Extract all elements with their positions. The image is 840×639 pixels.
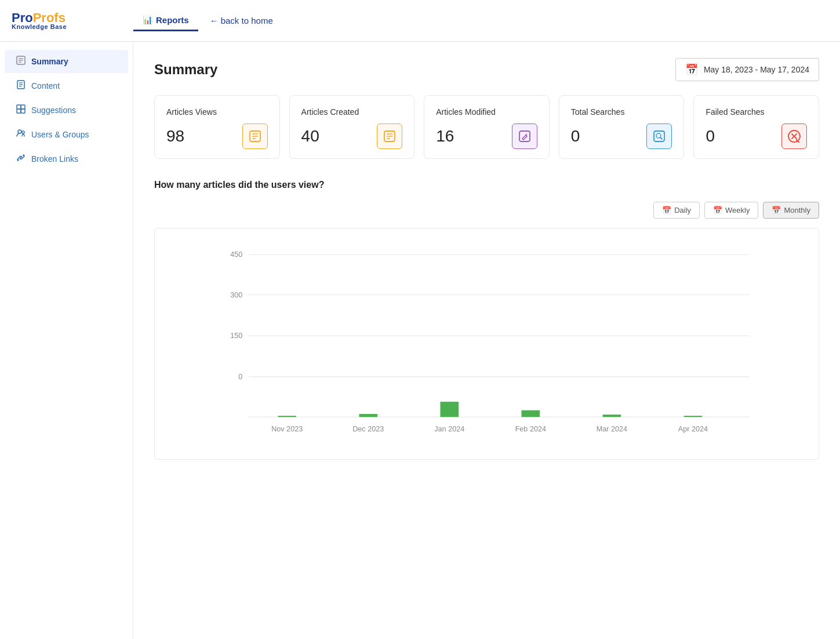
y-label-150: 150 <box>230 332 242 340</box>
stat-bottom-failed-searches: 0 <box>706 124 807 149</box>
bar-nov2023 <box>278 416 296 417</box>
sidebar-item-content[interactable]: Content <box>5 74 128 97</box>
chart-btn-daily-label: Daily <box>674 206 691 215</box>
main-layout: Summary Content Suggestions Users & Grou… <box>0 42 840 639</box>
articles-views-icon-wrap <box>242 124 268 149</box>
svg-point-12 <box>18 130 21 133</box>
stat-card-articles-views: Articles Views 98 <box>154 95 280 159</box>
sidebar-label-broken-links: Broken Links <box>31 154 78 164</box>
logo: ProProfs Knowledge Base <box>12 12 128 30</box>
stat-value-total-searches: 0 <box>571 127 580 146</box>
stats-row: Articles Views 98 Articles Created 40 <box>154 95 819 159</box>
back-to-home-link[interactable]: ← back to home <box>201 11 282 30</box>
sidebar-label-suggestions: Suggestions <box>31 106 76 115</box>
top-nav: ProProfs Knowledge Base 📊 Reports ← back… <box>0 0 840 42</box>
chart-svg: 450 300 150 0 <box>169 242 805 450</box>
tab-reports-label: Reports <box>156 15 189 25</box>
bar-dec2023 <box>359 414 377 417</box>
chart-btn-daily[interactable]: 📅 Daily <box>653 202 700 219</box>
x-label-nov2023: Nov 2023 <box>271 425 303 433</box>
bar-mar2024 <box>603 415 621 417</box>
logo-main: ProProfs <box>12 12 128 24</box>
sidebar-label-summary: Summary <box>31 57 68 66</box>
date-range-value: May 18, 2023 - May 17, 2024 <box>704 65 809 74</box>
date-range-picker[interactable]: 📅 May 18, 2023 - May 17, 2024 <box>675 58 819 81</box>
arrow-left-icon: ← <box>210 16 219 26</box>
svg-rect-9 <box>21 105 25 109</box>
stat-card-total-searches: Total Searches 0 <box>559 95 685 159</box>
x-label-mar2024: Mar 2024 <box>597 425 627 433</box>
app-layout: ProProfs Knowledge Base 📊 Reports ← back… <box>0 0 840 639</box>
tab-reports[interactable]: 📊 Reports <box>133 10 198 31</box>
chart-title: How many articles did the users view? <box>154 180 819 190</box>
stat-value-articles-modified: 16 <box>436 127 454 146</box>
content-icon <box>16 80 26 92</box>
chart-btn-weekly[interactable]: 📅 Weekly <box>704 202 758 219</box>
articles-modified-icon-wrap <box>512 124 537 149</box>
page-header: Summary 📅 May 18, 2023 - May 17, 2024 <box>154 58 819 81</box>
content-area: Summary 📅 May 18, 2023 - May 17, 2024 Ar… <box>133 42 840 639</box>
chart-btn-monthly-label: Monthly <box>784 206 810 215</box>
stat-value-failed-searches: 0 <box>706 127 715 146</box>
stat-value-articles-created: 40 <box>301 127 319 146</box>
broken-links-icon <box>16 153 26 165</box>
x-label-feb2024: Feb 2024 <box>515 425 546 433</box>
logo-sub: Knowledge Base <box>12 23 128 30</box>
sidebar: Summary Content Suggestions Users & Grou… <box>0 42 133 639</box>
chart-controls: 📅 Daily 📅 Weekly 📅 Monthly <box>154 202 819 219</box>
calendar-icon: 📅 <box>685 63 698 76</box>
articles-created-icon-wrap <box>377 124 402 149</box>
chart-wrap: 450 300 150 0 <box>154 228 819 460</box>
x-label-dec2023: Dec 2023 <box>352 425 384 433</box>
stat-label-articles-views: Articles Views <box>166 107 268 117</box>
stat-bottom-articles-created: 40 <box>301 124 403 149</box>
y-label-0: 0 <box>238 373 242 381</box>
svg-point-13 <box>22 131 24 133</box>
sidebar-label-content: Content <box>31 81 60 90</box>
x-label-apr2024: Apr 2024 <box>678 425 708 433</box>
chart-btn-monthly[interactable]: 📅 Monthly <box>763 202 819 219</box>
calendar-weekly-icon: 📅 <box>713 206 722 215</box>
sidebar-item-users-groups[interactable]: Users & Groups <box>5 123 128 146</box>
sidebar-item-suggestions[interactable]: Suggestions <box>5 99 128 122</box>
x-label-jan2024: Jan 2024 <box>434 425 464 433</box>
back-to-home-label: back to home <box>221 16 273 26</box>
stat-label-articles-modified: Articles Modified <box>436 107 537 117</box>
stat-card-articles-created: Articles Created 40 <box>289 95 415 159</box>
svg-rect-10 <box>17 109 21 113</box>
y-label-300: 300 <box>230 291 242 299</box>
stat-card-failed-searches: Failed Searches 0 <box>693 95 819 159</box>
stat-bottom-total-searches: 0 <box>571 124 672 149</box>
stat-card-articles-modified: Articles Modified 16 <box>424 95 550 159</box>
svg-line-25 <box>660 137 662 139</box>
stat-bottom-articles-views: 98 <box>166 124 268 149</box>
bar-apr2024 <box>684 416 703 417</box>
sidebar-item-summary[interactable]: Summary <box>5 50 128 73</box>
reports-bar-icon: 📊 <box>143 15 152 24</box>
sidebar-label-users-groups: Users & Groups <box>31 130 89 139</box>
total-searches-icon-wrap <box>646 124 672 149</box>
nav-tabs: 📊 Reports ← back to home <box>133 10 282 31</box>
stat-label-articles-created: Articles Created <box>301 107 403 117</box>
y-label-450: 450 <box>230 250 242 259</box>
stat-label-total-searches: Total Searches <box>571 107 672 117</box>
stat-bottom-articles-modified: 16 <box>436 124 537 149</box>
svg-rect-23 <box>654 131 664 141</box>
stat-value-articles-views: 98 <box>166 127 184 146</box>
stat-label-failed-searches: Failed Searches <box>706 107 807 117</box>
logo-area: ProProfs Knowledge Base <box>12 12 128 30</box>
calendar-monthly-icon: 📅 <box>772 206 781 215</box>
svg-rect-11 <box>21 109 25 113</box>
calendar-daily-icon: 📅 <box>662 206 671 215</box>
summary-icon <box>16 56 26 67</box>
suggestions-icon <box>16 104 26 116</box>
chart-btn-weekly-label: Weekly <box>725 206 750 215</box>
users-icon <box>16 129 26 140</box>
failed-searches-icon-wrap <box>781 124 807 149</box>
sidebar-item-broken-links[interactable]: Broken Links <box>5 147 128 170</box>
bar-feb2024 <box>522 411 540 417</box>
chart-section: How many articles did the users view? 📅 … <box>154 180 819 460</box>
bar-jan2024 <box>440 402 459 417</box>
page-title: Summary <box>154 61 217 78</box>
svg-rect-8 <box>17 105 21 109</box>
